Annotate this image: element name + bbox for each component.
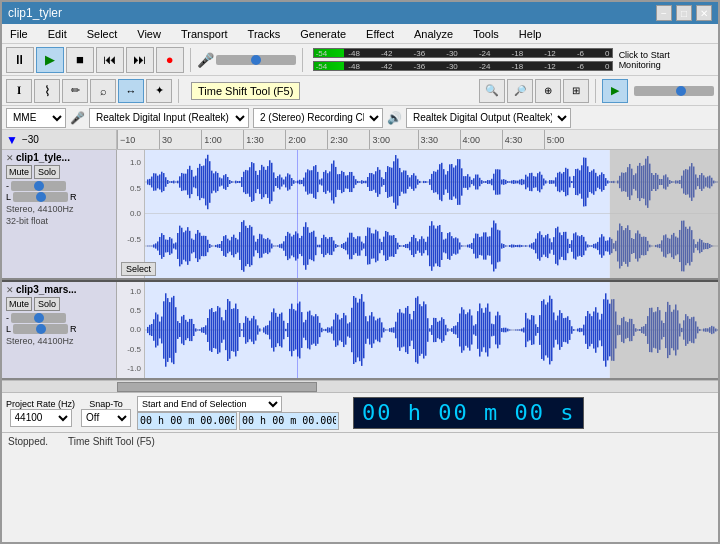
status-left: Stopped. [8, 436, 48, 447]
track2-pan-slider[interactable] [13, 324, 68, 334]
multi-tool-button[interactable]: ✦ [146, 79, 172, 103]
track1-mute-button[interactable]: Mute [6, 165, 32, 179]
ruler-tick: 2:30 [327, 130, 348, 149]
snap-select[interactable]: Off [81, 409, 131, 427]
track2-gain-slider[interactable] [11, 313, 66, 323]
zoom-tool-button[interactable]: ⌕ [90, 79, 116, 103]
tools-toolbar: 𝐈 ⌇ ✏ ⌕ ↔ ✦ Time Shift Tool (F5) 🔍 🔎 ⊕ ⊞… [2, 76, 718, 106]
rate-select[interactable]: 44100 [10, 409, 72, 427]
menu-help[interactable]: Help [515, 26, 546, 42]
pause-button[interactable]: ⏸ [6, 47, 34, 73]
selection-tool-button[interactable]: 𝐈 [6, 79, 32, 103]
track2-mute-button[interactable]: Mute [6, 297, 32, 311]
track1-info: Stereo, 44100Hz 32-bit float [6, 204, 112, 227]
snap-label: Snap-To [89, 399, 123, 409]
timeline-arrow: ▼ [6, 133, 18, 147]
ruler-tick: 1:30 [243, 130, 264, 149]
tools-sep [178, 79, 179, 103]
zoom-sep [595, 79, 596, 103]
track2-pan-r: R [70, 324, 77, 334]
big-time-display: 00 h 00 m 00 s [353, 397, 584, 429]
track1-select-button[interactable]: Select [121, 262, 156, 276]
maximize-button[interactable]: □ [676, 5, 692, 21]
track1-waveform-canvas [117, 150, 718, 278]
toolbar-separator2 [302, 48, 303, 72]
ruler-tick: 3:30 [418, 130, 439, 149]
menu-transport[interactable]: Transport [177, 26, 232, 42]
transport-toolbar: ⏸ ▶ ■ ⏮ ⏭ ● 🎤 -54-48-42-36-30-24-18-12-6… [2, 44, 718, 76]
menu-file[interactable]: File [6, 26, 32, 42]
host-select[interactable]: MME [6, 108, 66, 128]
ruler-spacer: ▼ −30 [2, 130, 117, 149]
playback-gain-slider[interactable] [634, 86, 714, 96]
toolbar-separator [190, 48, 191, 72]
mic-gain-slider[interactable] [216, 55, 296, 65]
zoom-fit-button[interactable]: ⊞ [563, 79, 589, 103]
track1-container: ✕ clip1_tyle... Mute Solo - L R Stereo, … [2, 150, 718, 280]
minimize-button[interactable]: − [656, 5, 672, 21]
tracks-area: ✕ clip1_tyle... Mute Solo - L R Stereo, … [2, 150, 718, 380]
track1-gain-slider[interactable] [11, 181, 66, 191]
status-right: Time Shift Tool (F5) [68, 436, 155, 447]
track1-pan-l: L [6, 192, 11, 202]
record-button[interactable]: ● [156, 47, 184, 73]
title-bar-controls: − □ ✕ [656, 5, 712, 21]
stop-button[interactable]: ■ [66, 47, 94, 73]
horizontal-scrollbar[interactable] [2, 380, 718, 392]
track1-playhead [297, 150, 298, 278]
play-green-button[interactable]: ▶ [602, 79, 628, 103]
zoom-in-button[interactable]: 🔍 [479, 79, 505, 103]
ruler-tick: 3:00 [369, 130, 390, 149]
bottom-controls: Project Rate (Hz) 44100 Snap-To Off Star… [2, 392, 718, 432]
menu-edit[interactable]: Edit [44, 26, 71, 42]
menu-select[interactable]: Select [83, 26, 122, 42]
zoom-out-button[interactable]: 🔎 [507, 79, 533, 103]
track1-pan-slider[interactable] [13, 192, 68, 202]
vu-meter-area: -54-48-42-36-30-24-18-12-60 -54-48-42-36… [313, 48, 613, 71]
play-button[interactable]: ▶ [36, 47, 64, 73]
output-device-select[interactable]: Realtek Digital Output (Realtek) [406, 108, 571, 128]
window-title: clip1_tyler [8, 6, 62, 20]
track2-close-button[interactable]: ✕ [6, 285, 14, 295]
close-button[interactable]: ✕ [696, 5, 712, 21]
selection-type-select[interactable]: Start and End of Selection [137, 396, 282, 412]
channels-select[interactable]: 2 (Stereo) Recording Cha... [253, 108, 383, 128]
selection-start-input[interactable] [137, 412, 237, 430]
menu-tracks[interactable]: Tracks [244, 26, 285, 42]
skip-fwd-button[interactable]: ⏭ [126, 47, 154, 73]
track1-solo-button[interactable]: Solo [34, 165, 60, 179]
input-device-select[interactable]: Realtek Digital Input (Realtek) [89, 108, 249, 128]
menu-generate[interactable]: Generate [296, 26, 350, 42]
ruler-tick: −10 [117, 130, 135, 149]
ruler-ticks-area[interactable]: −10 30 1:00 1:30 2:00 2:30 3:00 3:30 4:0… [117, 130, 718, 149]
device-bar: MME 🎤 Realtek Digital Input (Realtek) 2 … [2, 106, 718, 130]
track2-solo-button[interactable]: Solo [34, 297, 60, 311]
draw-tool-button[interactable]: ✏ [62, 79, 88, 103]
ruler-tick: 2:00 [285, 130, 306, 149]
selection-end-input[interactable] [239, 412, 339, 430]
menu-view[interactable]: View [133, 26, 165, 42]
menu-tools[interactable]: Tools [469, 26, 503, 42]
track2-waveform-canvas [117, 282, 718, 378]
playback-gain-area [634, 79, 714, 103]
envelope-tool-button[interactable]: ⌇ [34, 79, 60, 103]
scrollbar-thumb[interactable] [117, 382, 317, 392]
ruler-tick: 30 [159, 130, 172, 149]
track2-content[interactable]: 1.0 0.5 0.0 -0.5 -1.0 [117, 282, 718, 378]
track1-content[interactable]: 1.0 0.5 0.0 -0.5 -1.0 Select [117, 150, 718, 278]
vu-monitor-label: Click to Start Monitoring [619, 50, 714, 70]
track2-playhead [297, 282, 298, 378]
track1-close-button[interactable]: ✕ [6, 153, 14, 163]
status-bar: Stopped. Time Shift Tool (F5) [2, 432, 718, 450]
ruler-tick: 5:00 [544, 130, 565, 149]
project-rate-area: Project Rate (Hz) 44100 [6, 399, 75, 427]
zoom-sel-button[interactable]: ⊕ [535, 79, 561, 103]
mic-icon: 🎤 [197, 52, 214, 68]
menu-analyze[interactable]: Analyze [410, 26, 457, 42]
ruler-tick: 1:00 [201, 130, 222, 149]
skip-back-button[interactable]: ⏮ [96, 47, 124, 73]
timeshift-tool-button[interactable]: ↔ [118, 79, 144, 103]
menu-effect[interactable]: Effect [362, 26, 398, 42]
ruler-tick: 4:30 [502, 130, 523, 149]
track2-info: Stereo, 44100Hz [6, 336, 112, 348]
